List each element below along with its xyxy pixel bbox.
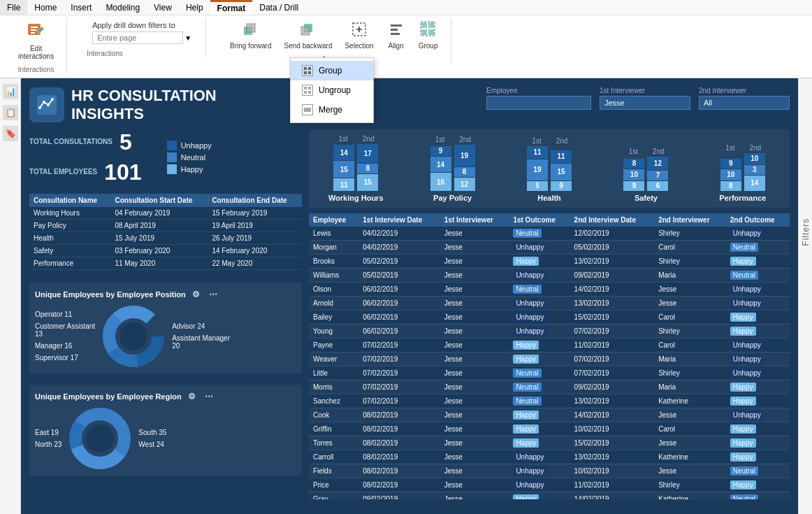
total-consultations-value: 5: [119, 129, 132, 155]
outcome-badge: Neutral: [513, 397, 541, 406]
svg-rect-24: [308, 87, 311, 90]
outcome-badge: Unhappy: [730, 341, 764, 350]
group-button[interactable]: Group: [414, 18, 442, 52]
detail-row: Weaver07/02/2019JesseHappy07/02/2019Mari…: [309, 352, 790, 366]
svg-rect-27: [304, 108, 311, 112]
context-menu-group[interactable]: Group: [291, 61, 373, 80]
col-start-date: Consultation Start Date: [110, 194, 208, 207]
detail-row: Arnold06/02/2019JesseUnhappy13/02/2019Je…: [309, 296, 790, 310]
interviewer2-filter-select[interactable]: All: [699, 96, 790, 110]
outcome-badge: Unhappy: [513, 480, 546, 490]
bar-charts-container: 1st2nd14151117815Working Hours1st2nd9141…: [309, 129, 790, 208]
bar-segment: 14: [430, 157, 451, 172]
context-merge-icon: [302, 104, 313, 115]
bar-segment: 17: [357, 144, 378, 163]
drill-dropdown-icon[interactable]: ▼: [184, 34, 191, 42]
detail-row: Little07/02/2019JesseNeutral07/02/2019Sh…: [309, 366, 790, 380]
drill-filter-input[interactable]: [92, 31, 183, 44]
bar-segment: 15: [357, 174, 378, 191]
menu-view[interactable]: View: [147, 0, 179, 15]
edit-interactions-button[interactable]: Edit interactions: [14, 18, 58, 63]
menu-format[interactable]: Format: [210, 0, 253, 15]
bar-segment: 3: [744, 165, 765, 175]
outcome-badge: Happy: [730, 438, 756, 448]
region-donut-container: East 19 North 23: [35, 407, 296, 470]
outcome-badge: Unhappy: [730, 411, 764, 420]
menu-data-drill[interactable]: Data / Drill: [252, 0, 305, 15]
menu-modeling[interactable]: Modeling: [99, 0, 147, 15]
detail-row: Fields08/02/2019JesseUnhappy10/02/2019Je…: [309, 464, 790, 478]
ribbon: Edit interactions Interactions Apply dri…: [0, 15, 812, 78]
svg-rect-17: [428, 29, 434, 35]
bar-segment: 9: [623, 181, 644, 191]
context-group-label: Group: [319, 66, 342, 76]
bar-chart-label: Health: [537, 194, 561, 202]
align-icon: [388, 21, 405, 41]
bar-chart-item: 1st2nd1119511159Health: [508, 137, 590, 202]
apply-drill-label: Apply drill down filters to: [92, 21, 191, 29]
position-more-icon[interactable]: ⋯: [207, 288, 219, 301]
sidebar-icon-1[interactable]: 📊: [3, 84, 18, 99]
detail-table: Employee1st Interview Date1st Interviewe…: [309, 213, 790, 499]
ribbon-group-arrange: Bring forward Send backward Selection Al…: [217, 18, 451, 63]
outcome-badge: Happy: [513, 257, 539, 266]
bar-chart-label: Working Hours: [328, 194, 384, 202]
outcome-badge: Neutral: [730, 494, 758, 499]
outcome-badge: Unhappy: [513, 313, 546, 322]
detail-table-section: Employee1st Interview Date1st Interviewe…: [309, 213, 790, 499]
bar-segment: 14: [744, 176, 765, 191]
send-backward-label: Send backward: [284, 42, 333, 50]
consultation-row: Working Hours04 February 201915 February…: [29, 207, 302, 220]
outcome-badge: Unhappy: [513, 243, 546, 252]
position-filter-icon[interactable]: ⚙: [190, 288, 203, 301]
position-donut-title: Unique Employees by Employee Position ⚙ …: [35, 288, 296, 301]
filters-label[interactable]: Filters: [801, 218, 811, 246]
context-menu-ungroup[interactable]: Ungroup: [291, 80, 373, 100]
bar-column: 19812: [454, 145, 475, 191]
menu-file[interactable]: File: [0, 0, 27, 15]
send-backward-button[interactable]: Send backward: [280, 18, 337, 52]
context-menu-merge[interactable]: Merge: [291, 100, 373, 120]
outcome-badge: Happy: [730, 480, 756, 490]
detail-row: Lewis04/02/2019JesseNeutral12/02/2019Shi…: [309, 227, 790, 241]
outcome-badge: Unhappy: [513, 466, 546, 476]
svg-rect-11: [391, 24, 402, 27]
selection-icon: [351, 21, 368, 41]
consultation-row: Performance11 May 202022 May 2020: [29, 257, 302, 269]
selection-button[interactable]: Selection: [340, 18, 377, 52]
bar-segment: 9: [720, 159, 741, 169]
svg-point-37: [119, 322, 147, 350]
bar-segment: 16: [430, 173, 451, 191]
outcome-badge: Unhappy: [513, 299, 546, 308]
svg-rect-26: [308, 91, 311, 94]
sidebar-icon-2[interactable]: 📋: [3, 105, 18, 120]
outcome-badge: Neutral: [513, 229, 541, 238]
position-donut-section: Unique Employees by Employee Position ⚙ …: [29, 283, 302, 373]
context-ungroup-icon: [302, 85, 313, 96]
legend-neutral-box: [167, 152, 177, 162]
detail-row: Young06/02/2019JesseUnhappy07/02/2019Shi…: [309, 324, 790, 338]
bring-forward-button[interactable]: Bring forward: [226, 18, 275, 52]
context-group-icon: [302, 65, 313, 76]
bar-chart-label: Performance: [719, 194, 766, 202]
menu-insert[interactable]: Insert: [64, 0, 99, 15]
outcome-badge: Unhappy: [513, 327, 546, 336]
svg-rect-12: [391, 29, 398, 31]
align-button[interactable]: Align: [382, 18, 410, 52]
sidebar-icon-3[interactable]: 🔖: [3, 126, 18, 141]
region-more-icon[interactable]: ⋯: [203, 390, 215, 403]
interviewer1-filter-group: 1st Interviewer Jesse: [600, 87, 690, 110]
bar-chart-item: 1st2nd910810314Performance: [702, 144, 784, 202]
bar-chart-label: Safety: [635, 194, 658, 202]
region-filter-icon[interactable]: ⚙: [186, 390, 198, 403]
menu-help[interactable]: Help: [179, 0, 210, 15]
employee-filter-select[interactable]: [486, 96, 591, 110]
interviewer1-filter-select[interactable]: Jesse: [600, 96, 690, 110]
interviewer1-filter-label: 1st Interviewer: [600, 87, 690, 94]
region-donut-section: Unique Employees by Employee Region ⚙ ⋯ …: [29, 385, 302, 476]
menu-home[interactable]: Home: [27, 0, 64, 15]
bar-segment: 10: [720, 169, 741, 180]
outcome-badge: Neutral: [730, 243, 758, 252]
detail-row: Williams05/02/2019JesseUnhappy09/02/2019…: [309, 268, 790, 282]
outcome-badge: Happy: [730, 327, 756, 336]
